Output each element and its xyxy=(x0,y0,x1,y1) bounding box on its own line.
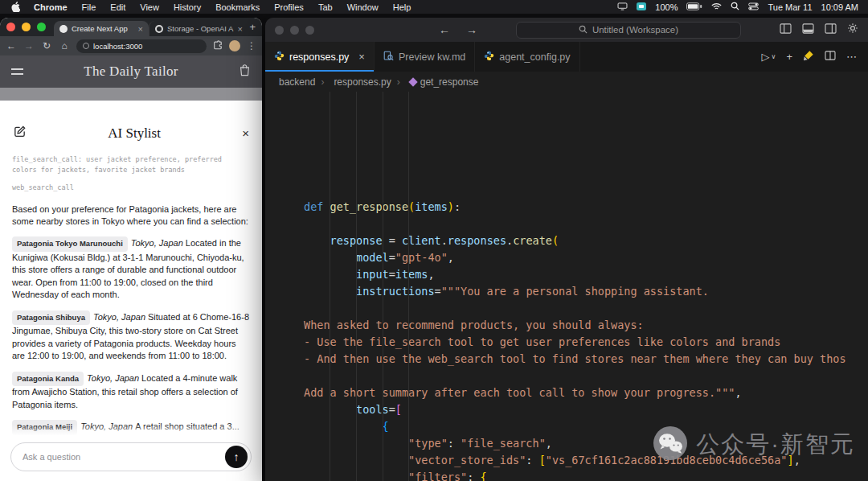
panel-title: AI Stylist xyxy=(27,125,242,142)
close-icon[interactable]: × xyxy=(242,126,249,140)
forward-button[interactable]: → xyxy=(23,40,35,51)
ask-question-input[interactable] xyxy=(23,452,225,462)
vscode-titlebar: ← → Untitled (Workspace) xyxy=(265,18,868,42)
panel-header: AI Stylist × xyxy=(0,114,262,148)
breadcrumb: backend responses.py get_response xyxy=(265,72,868,92)
reload-button[interactable]: ↻ xyxy=(41,40,52,51)
search-icon xyxy=(579,25,588,35)
store-recommendation: Patagonia ShibuyaTokyo, JapanSituated at… xyxy=(12,310,250,363)
chrome-tabstrip: Create Next App × Storage - OpenAI A × + xyxy=(0,18,262,36)
minimize-window-button[interactable] xyxy=(22,23,31,31)
toggle-panel-layout-icon[interactable] xyxy=(780,23,792,37)
arrow-up-icon: ↑ xyxy=(234,450,240,463)
battery-icon xyxy=(686,2,702,12)
menubar-date[interactable]: Tue Mar 11 xyxy=(768,2,812,12)
menu-view[interactable]: View xyxy=(133,2,166,12)
menubar-time[interactable]: 10:09 AM xyxy=(821,2,858,12)
python-icon xyxy=(274,51,285,64)
zoom-window-button[interactable] xyxy=(37,23,46,31)
shopping-bag-icon[interactable] xyxy=(239,64,251,80)
browser-tab-create-next-app[interactable]: Create Next App × xyxy=(54,21,149,36)
split-editor-icon[interactable] xyxy=(825,51,836,63)
close-icon[interactable]: × xyxy=(138,24,143,34)
tab-label: agent_config.py xyxy=(499,51,570,63)
compose-icon[interactable] xyxy=(13,125,27,142)
chevron-down-icon[interactable]: ∨ xyxy=(772,53,776,60)
address-bar[interactable]: localhost:3000 xyxy=(76,39,207,53)
chat-messages[interactable]: file_search_call: user jacket preference… xyxy=(0,148,262,436)
question-input-pill[interactable]: ↑ xyxy=(10,442,252,471)
site-title: The Daily Tailor xyxy=(23,64,239,80)
titlebar-layout-controls xyxy=(780,23,858,37)
toggle-secondary-sidebar-icon[interactable] xyxy=(825,23,837,37)
run-python-file-button[interactable]: ▷ ∨ xyxy=(762,51,776,63)
tab-label: Create Next App xyxy=(72,24,128,33)
macos-menubar: Chrome File Edit View History Bookmarks … xyxy=(0,0,868,14)
extensions-icon[interactable] xyxy=(213,40,223,52)
menu-edit[interactable]: Edit xyxy=(103,2,133,12)
store-location: Tokyo, Japan xyxy=(87,373,139,383)
dimmed-page-overlay xyxy=(0,88,262,101)
tool-call-web-search: web_search_call xyxy=(12,183,234,193)
window-controls[interactable] xyxy=(6,23,54,31)
menu-help[interactable]: Help xyxy=(386,2,419,12)
store-location: Tokyo, Japan xyxy=(131,238,183,248)
send-button[interactable]: ↑ xyxy=(225,446,248,468)
code-area[interactable]: def get_response(items): response = clie… xyxy=(265,92,868,481)
menu-tab[interactable]: Tab xyxy=(311,2,340,12)
menu-chrome[interactable]: Chrome xyxy=(27,2,75,12)
ai-stylist-panel: AI Stylist × file_search_call: user jack… xyxy=(0,114,262,481)
new-file-icon[interactable]: + xyxy=(786,51,792,63)
new-tab-button[interactable]: + xyxy=(243,21,262,33)
menu-history[interactable]: History xyxy=(166,2,208,12)
profile-avatar[interactable] xyxy=(229,40,240,51)
menu-file[interactable]: File xyxy=(75,2,104,12)
back-button[interactable]: ← xyxy=(6,40,17,51)
store-badge[interactable]: Patagonia Kanda xyxy=(12,372,84,387)
nav-forward-icon[interactable]: → xyxy=(466,23,477,36)
chrome-window: Create Next App × Storage - OpenAI A × +… xyxy=(0,18,262,481)
breadcrumb-symbol[interactable]: get_response xyxy=(391,76,479,88)
url-text: localhost:3000 xyxy=(93,42,142,51)
store-recommendation: Patagonia Tokyo MarunouchiTokyo, JapanLo… xyxy=(12,236,250,302)
browser-tab-openai-storage[interactable]: Storage - OpenAI A × xyxy=(149,21,243,36)
tab-responses-py[interactable]: responses.py × xyxy=(265,42,375,72)
store-badge[interactable]: Patagonia Tokyo Marunouchi xyxy=(12,236,128,252)
tab-preview-kw-md[interactable]: Preview kw.md xyxy=(375,42,475,72)
markdown-preview-icon xyxy=(383,51,394,64)
display-icon[interactable] xyxy=(617,2,628,12)
menu-bookmarks[interactable]: Bookmarks xyxy=(208,2,267,12)
editor-actions: ▷ ∨ + ⋯ xyxy=(751,42,868,72)
wifi-icon[interactable] xyxy=(711,2,722,12)
breadcrumb-label: responses.py xyxy=(334,76,391,88)
window-controls[interactable] xyxy=(275,26,314,35)
control-center-icon[interactable] xyxy=(748,2,759,12)
site-info-icon[interactable] xyxy=(83,43,89,49)
chrome-menu-icon[interactable]: ⋮ xyxy=(247,40,256,51)
command-center[interactable]: Untitled (Workspace) xyxy=(516,22,741,39)
spotlight-search-icon[interactable] xyxy=(731,2,739,12)
tool-call-file-search: file_search_call: user jacket preference… xyxy=(12,154,234,175)
nav-back-icon[interactable]: ← xyxy=(439,23,450,36)
close-window-button[interactable] xyxy=(6,23,15,31)
menu-profiles[interactable]: Profiles xyxy=(267,2,311,12)
breadcrumb-label: backend xyxy=(279,76,315,88)
highlighter-icon[interactable] xyxy=(803,50,814,64)
hamburger-menu-icon[interactable] xyxy=(11,68,23,74)
close-icon[interactable]: × xyxy=(237,24,242,34)
apple-menu-icon[interactable] xyxy=(10,2,27,12)
gear-icon[interactable] xyxy=(847,23,858,37)
tab-agent-config-py[interactable]: agent_config.py xyxy=(475,42,579,72)
home-button[interactable]: ⌂ xyxy=(59,40,70,51)
menu-window[interactable]: Window xyxy=(340,2,386,12)
close-icon[interactable]: × xyxy=(358,51,365,63)
breadcrumb-file[interactable]: responses.py xyxy=(315,76,391,88)
store-badge[interactable]: Patagonia Shibuya xyxy=(12,310,90,326)
store-recommendation: Patagonia KandaTokyo, JapanLocated a 4-m… xyxy=(12,372,250,412)
more-actions-icon[interactable]: ⋯ xyxy=(846,51,857,63)
editor-tabbar: responses.py × Preview kw.md agent_confi… xyxy=(265,42,868,72)
breadcrumb-folder[interactable]: backend xyxy=(279,76,315,88)
toggle-bottom-panel-icon[interactable] xyxy=(802,23,814,37)
breadcrumb-label: get_response xyxy=(420,76,479,88)
screen-record-icon[interactable] xyxy=(637,2,646,12)
